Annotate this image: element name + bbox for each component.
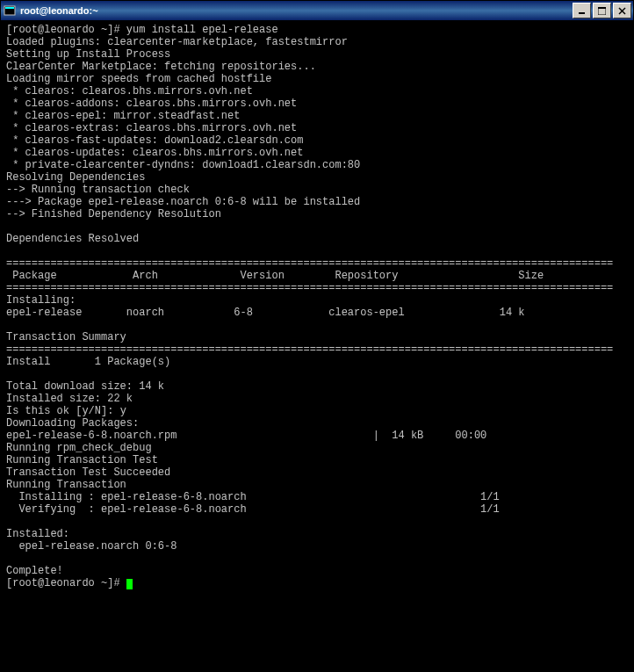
window-controls [573, 3, 631, 18]
minimize-button[interactable] [573, 3, 591, 18]
svg-rect-1 [5, 7, 14, 9]
output-line: * clearos-fast-updates: download2.clears… [6, 134, 303, 147]
table-header: Package Arch Version Repository Size [6, 270, 544, 282]
command: yum install epel-release [126, 24, 278, 36]
installing-label: Installing: [6, 294, 76, 307]
output-line: ClearCenter Marketplace: fetching reposi… [6, 61, 316, 73]
titlebar[interactable]: root@leonardo:~ [1, 1, 633, 20]
cursor [126, 579, 133, 589]
terminal-window: root@leonardo:~ [root@leonardo ~]# yum i… [0, 0, 634, 672]
rpm-line: epel-release-6-8.noarch.rpm | 14 kB 00:0… [6, 430, 486, 442]
installed-label: Installed: [6, 528, 69, 540]
separator: ========================================… [6, 257, 613, 270]
downloading: Downloading Packages: [6, 417, 139, 430]
installed-pkg: epel-release.noarch 0:6-8 [6, 540, 177, 553]
svg-rect-2 [579, 12, 585, 14]
terminal-content[interactable]: [root@leonardo ~]# yum install epel-rele… [1, 20, 633, 672]
window-title: root@leonardo:~ [20, 5, 573, 16]
confirm-prompt: Is this ok [y/N]: [6, 405, 120, 417]
install-count: Install 1 Package(s) [6, 356, 170, 368]
output-line: Loaded plugins: clearcenter-marketplace,… [6, 36, 348, 48]
output-line: Transaction Test Succeeded [6, 466, 170, 479]
output-line: * clearos-extras: clearos.bhs.mirrors.ov… [6, 122, 297, 134]
app-icon [3, 4, 17, 18]
output-line: Installing : epel-release-6-8.noarch 1/1 [6, 491, 500, 503]
output-line: Loading mirror speeds from cached hostfi… [6, 73, 271, 85]
output-line: --> Finished Dependency Resolution [6, 208, 221, 220]
prompt: [root@leonardo ~]# [6, 577, 126, 589]
maximize-button[interactable] [593, 3, 611, 18]
output-line: * clearos-epel: mirror.steadfast.net [6, 110, 240, 122]
output-line: Running rpm_check_debug [6, 442, 152, 454]
close-button[interactable] [613, 3, 631, 18]
svg-rect-4 [598, 7, 606, 9]
output-line: Running Transaction [6, 479, 126, 491]
output-line: Verifying : epel-release-6-8.noarch 1/1 [6, 503, 500, 516]
download-size: Total download size: 14 k [6, 380, 164, 393]
output-line: ---> Package epel-release.noarch 0:6-8 w… [6, 196, 360, 208]
confirm-answer: y [120, 405, 126, 417]
output-line: --> Running transaction check [6, 184, 190, 196]
output-line: * clearos-updates: clearos.bhs.mirrors.o… [6, 147, 303, 159]
output-line: Dependencies Resolved [6, 233, 139, 245]
summary-label: Transaction Summary [6, 331, 126, 343]
installed-size: Installed size: 22 k [6, 393, 133, 405]
output-line: Resolving Dependencies [6, 171, 145, 184]
complete: Complete! [6, 565, 63, 577]
separator: ========================================… [6, 343, 613, 356]
prompt: [root@leonardo ~]# [6, 24, 126, 36]
separator: ========================================… [6, 282, 613, 294]
output-line: * clearos-addons: clearos.bhs.mirrors.ov… [6, 98, 297, 110]
package-row: epel-release noarch 6-8 clearos-epel 14 … [6, 307, 525, 319]
output-line: * private-clearcenter-dyndns: download1.… [6, 159, 360, 171]
output-line: Running Transaction Test [6, 454, 158, 466]
output-line: * clearos: clearos.bhs.mirrors.ovh.net [6, 85, 253, 98]
output-line: Setting up Install Process [6, 48, 170, 61]
